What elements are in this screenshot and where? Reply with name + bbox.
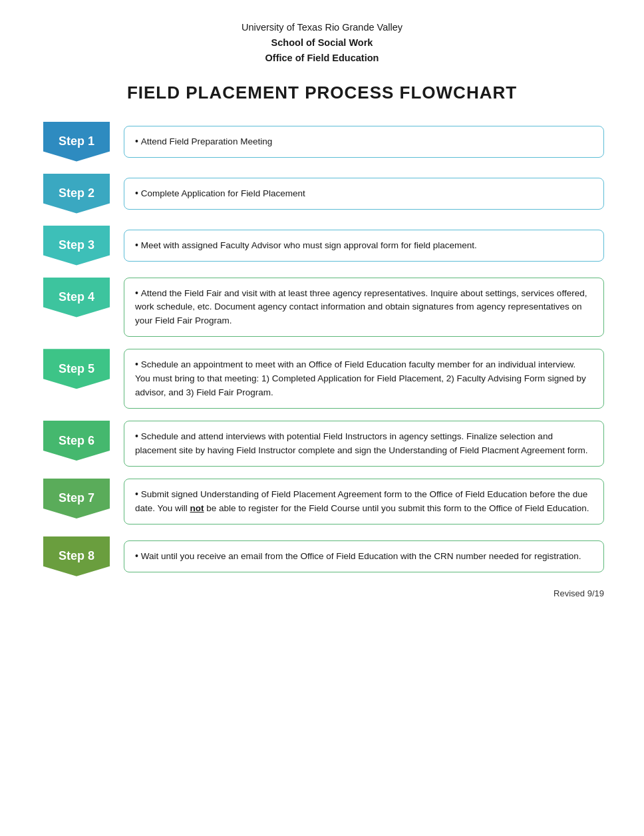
header-line3: Office of Field Education: [40, 51, 604, 66]
step-badge-7: Step 7: [43, 479, 110, 519]
step-text-7: Submit signed Understanding of Field Pla…: [135, 487, 593, 516]
step-text-3: Meet with assigned Faculty Advisor who m…: [135, 238, 593, 253]
step-badge-container-6: Step 6: [40, 421, 113, 467]
step-badge-8: Step 8: [43, 536, 110, 576]
page-title: FIELD PLACEMENT PROCESS FLOWCHART: [40, 83, 604, 103]
step-badge-container-1: Step 1: [40, 122, 113, 162]
step-badge-container-3: Step 3: [40, 226, 113, 266]
step-badge-container-2: Step 2: [40, 174, 113, 214]
step-content-7: Submit signed Understanding of Field Pla…: [124, 479, 604, 524]
document-header: University of Texas Rio Grande Valley Sc…: [40, 20, 604, 67]
header-line1: University of Texas Rio Grande Valley: [40, 20, 604, 35]
step-badge-container-5: Step 5: [40, 349, 113, 409]
step-row-7: Step 7Submit signed Understanding of Fie…: [40, 479, 604, 524]
step-badge-6: Step 6: [43, 421, 110, 461]
step-row-3: Step 3Meet with assigned Faculty Advisor…: [40, 226, 604, 266]
revised-text: Revised 9/19: [40, 588, 604, 598]
step-badge-container-7: Step 7: [40, 479, 113, 524]
step-row-6: Step 6Schedule and attend interviews wit…: [40, 421, 604, 467]
step-row-1: Step 1Attend Field Preparation Meeting: [40, 122, 604, 162]
step-content-6: Schedule and attend interviews with pote…: [124, 421, 604, 467]
step-badge-3: Step 3: [43, 226, 110, 266]
step-text-5: Schedule an appointment to meet with an …: [135, 357, 593, 400]
steps-container: Step 1Attend Field Preparation MeetingSt…: [40, 122, 604, 576]
step-row-5: Step 5Schedule an appointment to meet wi…: [40, 349, 604, 409]
step-content-5: Schedule an appointment to meet with an …: [124, 349, 604, 409]
step-row-8: Step 8Wait until you receive an email fr…: [40, 536, 604, 576]
step-row-4: Step 4Attend the Field Fair and visit wi…: [40, 278, 604, 337]
step-badge-4: Step 4: [43, 278, 110, 317]
step-text-2: Complete Application for Field Placement: [135, 186, 593, 201]
step-content-3: Meet with assigned Faculty Advisor who m…: [124, 230, 604, 262]
step-badge-2: Step 2: [43, 174, 110, 214]
step-text-4: Attend the Field Fair and visit with at …: [135, 286, 593, 329]
step-badge-container-4: Step 4: [40, 278, 113, 337]
step-content-8: Wait until you receive an email from the…: [124, 540, 604, 572]
step-badge-5: Step 5: [43, 349, 110, 389]
step-badge-container-8: Step 8: [40, 536, 113, 576]
step-badge-1: Step 1: [43, 122, 110, 162]
step-content-2: Complete Application for Field Placement: [124, 178, 604, 210]
step-content-4: Attend the Field Fair and visit with at …: [124, 278, 604, 337]
step-text-1: Attend Field Preparation Meeting: [135, 134, 593, 149]
step-content-1: Attend Field Preparation Meeting: [124, 126, 604, 158]
step-text-8: Wait until you receive an email from the…: [135, 549, 593, 564]
step-text-6: Schedule and attend interviews with pote…: [135, 429, 593, 458]
step-row-2: Step 2Complete Application for Field Pla…: [40, 174, 604, 214]
header-line2: School of Social Work: [40, 35, 604, 51]
